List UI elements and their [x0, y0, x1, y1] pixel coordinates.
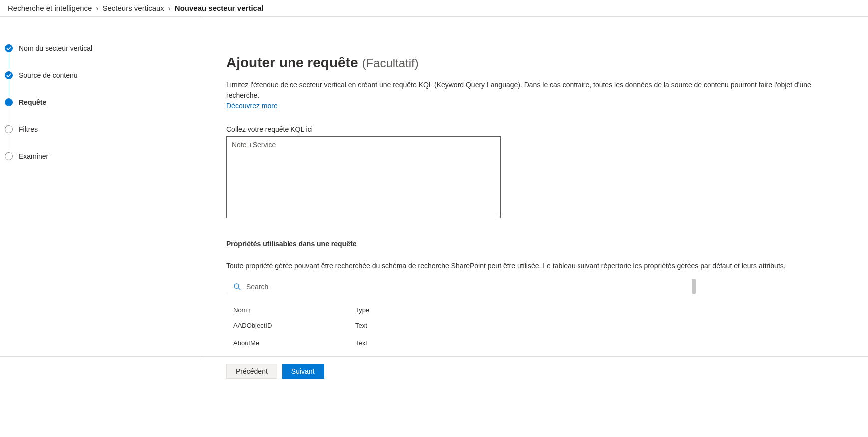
table-row[interactable]: AADObjectID Text — [226, 317, 693, 334]
checkmark-icon — [5, 71, 13, 79]
step-review[interactable]: Examiner — [5, 143, 202, 170]
kql-textarea[interactable] — [226, 136, 501, 218]
breadcrumb-current: Nouveau secteur vertical — [175, 4, 264, 12]
page-description: Limitez l'étendue de ce secteur vertical… — [226, 80, 844, 111]
step-source[interactable]: Source de contenu — [5, 62, 202, 89]
wizard-footer: Précédent Suivant — [202, 357, 868, 386]
properties-table: Nom↑ Type AADObjectID Text AboutMe Text — [226, 295, 693, 356]
sort-up-icon: ↑ — [248, 307, 251, 313]
step-query[interactable]: Requête — [5, 89, 202, 116]
optional-label: (Facultatif) — [362, 56, 418, 70]
svg-line-1 — [238, 288, 240, 290]
breadcrumb-level2[interactable]: Secteurs verticaux — [102, 4, 164, 12]
search-icon — [233, 283, 241, 291]
upcoming-step-icon — [5, 152, 13, 160]
step-label: Filtres — [19, 125, 38, 133]
main-content: Ajouter une requête (Facultatif) Limitez… — [202, 17, 868, 356]
properties-search — [226, 279, 693, 295]
chevron-right-icon: › — [168, 4, 171, 12]
previous-button[interactable]: Précédent — [226, 364, 277, 379]
current-step-icon — [5, 98, 13, 106]
step-label: Examiner — [19, 152, 48, 160]
cell-type: Text — [348, 334, 693, 352]
breadcrumb-level1[interactable]: Recherche et intelligence — [8, 4, 92, 12]
learn-more-link[interactable]: Découvrez more — [226, 102, 278, 110]
properties-description: Toute propriété gérée pouvant être reche… — [226, 262, 844, 270]
svg-point-0 — [234, 284, 239, 288]
cell-name: AboutMe — [226, 334, 348, 352]
step-filters[interactable]: Filtres — [5, 116, 202, 143]
search-input[interactable] — [246, 283, 686, 291]
kql-label: Collez votre requête KQL ici — [226, 125, 844, 133]
cell-name: Account — [226, 352, 348, 356]
checkmark-icon — [5, 44, 13, 52]
wizard-steps: Nom du secteur vertical Source de conten… — [0, 17, 202, 356]
column-header-type[interactable]: Type — [348, 295, 693, 317]
table-row[interactable]: Account Text — [226, 352, 693, 356]
step-label: Requête — [19, 98, 46, 106]
chevron-right-icon: › — [96, 4, 98, 12]
column-header-name[interactable]: Nom↑ — [226, 295, 348, 317]
scrollbar[interactable] — [692, 279, 696, 294]
next-button[interactable]: Suivant — [282, 364, 324, 379]
table-row[interactable]: AboutMe Text — [226, 334, 693, 352]
cell-type: Text — [348, 317, 693, 334]
properties-title: Propriétés utilisables dans une requête — [226, 240, 844, 248]
upcoming-step-icon — [5, 125, 13, 133]
step-label: Nom du secteur vertical — [19, 44, 92, 52]
properties-table-wrap: Nom↑ Type AADObjectID Text AboutMe Text — [226, 279, 693, 356]
cell-name: AADObjectID — [226, 317, 348, 334]
step-name[interactable]: Nom du secteur vertical — [5, 35, 202, 62]
breadcrumb: Recherche et intelligence › Secteurs ver… — [0, 0, 868, 17]
cell-type: Text — [348, 352, 693, 356]
step-label: Source de contenu — [19, 71, 78, 79]
page-title: Ajouter une requête — [226, 55, 358, 70]
